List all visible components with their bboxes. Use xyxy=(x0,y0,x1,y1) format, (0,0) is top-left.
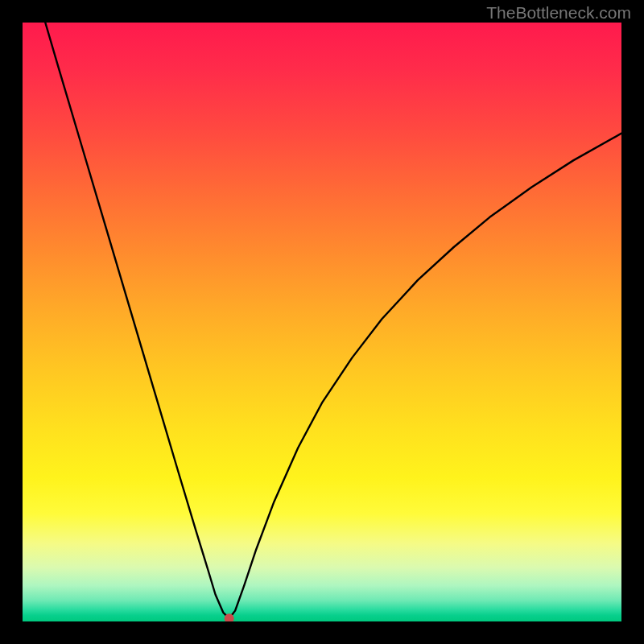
bottleneck-curve-path xyxy=(45,23,621,618)
watermark-text: TheBottleneck.com xyxy=(486,3,631,23)
chart-svg xyxy=(23,23,621,621)
chart-plot-area xyxy=(23,23,621,621)
